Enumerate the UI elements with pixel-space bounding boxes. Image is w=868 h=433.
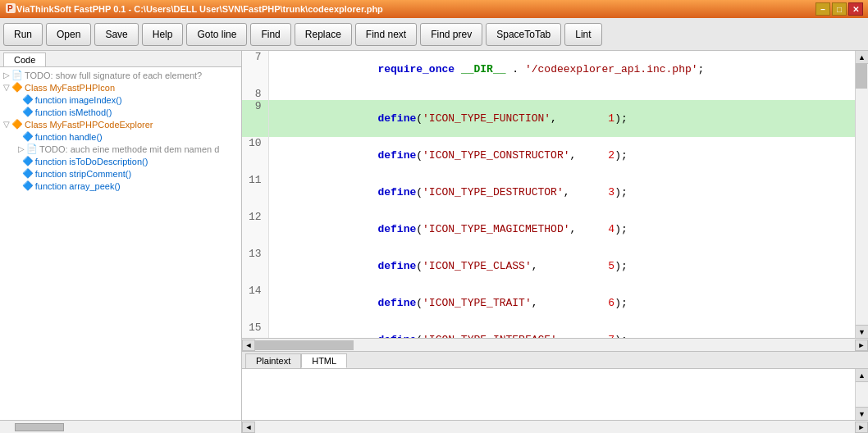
line-content-12[interactable]: define('ICON_TYPE_MAGICMETHOD', 4);	[268, 211, 855, 248]
scroll-right-button[interactable]: ►	[855, 340, 868, 351]
func-icon: 🔷	[22, 180, 34, 191]
scroll-down-button[interactable]: ▼	[856, 325, 868, 338]
scroll-thumb[interactable]	[856, 64, 867, 89]
find-prev-button[interactable]: Find prev	[420, 23, 482, 46]
goto-line-button[interactable]: Goto line	[186, 23, 247, 46]
tree-item-label: function isMethod()	[35, 107, 112, 117]
tree-item-label: function stripComment()	[35, 169, 131, 179]
find-button[interactable]: Find	[250, 23, 290, 46]
tree-item-func-handle[interactable]: 🔷 function handle()	[2, 130, 240, 143]
left-scrollbar[interactable]	[0, 420, 241, 433]
expand-icon	[18, 181, 21, 190]
open-button[interactable]: Open	[46, 23, 91, 46]
scroll-left-button[interactable]: ◄	[242, 340, 255, 351]
tree-item-func-istododesc[interactable]: 🔷 function isToDoDescription()	[2, 155, 240, 167]
tab-code[interactable]: Code	[3, 52, 46, 66]
code-row-10: 10 define('ICON_TYPE_CONSTRUCTOR', 2);	[242, 137, 855, 174]
dir-constant: __DIR__	[461, 63, 506, 75]
tree-item-todo1[interactable]: ▷ 📄 TODO: show full signature of each el…	[2, 69, 240, 81]
code-view: 7 require_once __DIR__ . '/codeexplorer_…	[242, 51, 868, 338]
find-next-button[interactable]: Find next	[355, 23, 417, 46]
func-icon: 🔷	[22, 94, 34, 105]
tree-item-icon: 📄	[26, 144, 38, 154]
line-content-8[interactable]	[268, 88, 855, 100]
line-content-10[interactable]: define('ICON_TYPE_CONSTRUCTOR', 2);	[268, 137, 855, 174]
expand-icon: ▽	[3, 83, 10, 92]
bottom-panel: Plaintext HTML ▲ ▼ ◄ ►	[242, 351, 868, 433]
help-button[interactable]: Help	[142, 23, 184, 46]
vb-scroll-right[interactable]: ►	[855, 422, 868, 433]
bottom-scroll-track	[856, 382, 868, 407]
line-content-7[interactable]: require_once __DIR__ . '/codeexplorer_ap…	[268, 51, 855, 88]
hscroll-thumb[interactable]	[255, 340, 354, 350]
code-hscrollbar[interactable]: ◄ ►	[242, 338, 868, 351]
line-num-13: 13	[242, 248, 268, 285]
code-row-13: 13 define('ICON_TYPE_CLASS', 5);	[242, 248, 855, 285]
scroll-up-button[interactable]: ▲	[856, 51, 868, 64]
title-bar-icon: P	[5, 2, 16, 16]
left-scrollbar-thumb[interactable]	[15, 423, 64, 431]
tree-item-class-codeexplorer[interactable]: ▽ 🔶 Class MyFastPHPCodeExplorer	[2, 118, 240, 130]
line-num-14: 14	[242, 285, 268, 321]
tree-item-label: function handle()	[35, 132, 103, 142]
tab-html[interactable]: HTML	[301, 353, 347, 368]
minimize-button[interactable]: –	[815, 2, 830, 16]
line-content-9[interactable]: define('ICON_TYPE_FUNCTION', 1);	[268, 100, 855, 137]
tree-item-class-fastphpicon[interactable]: ▽ 🔶 Class MyFastPHPIcon	[2, 81, 240, 93]
code-row-15: 15 define('ICON_TYPE_INTERFACE', 7);	[242, 321, 855, 338]
close-button[interactable]: ✕	[848, 2, 863, 16]
tree-item-todo2[interactable]: ▷ 📄 TODO: auch eine methode mit dem name…	[2, 143, 240, 155]
tree-item-func-ismethod[interactable]: 🔷 function isMethod()	[2, 106, 240, 118]
code-row-7: 7 require_once __DIR__ . '/codeexplorer_…	[242, 51, 855, 88]
expand-icon: ▷	[3, 71, 10, 80]
bottom-vscrollbar[interactable]: ▲ ▼	[855, 369, 868, 420]
bottom-content[interactable]: ▲ ▼	[242, 369, 868, 420]
right-vscrollbar[interactable]: ▲ ▼	[855, 51, 868, 338]
tree-item-func-arrayreek[interactable]: 🔷 function array_peek()	[2, 180, 240, 192]
tree-item-label: TODO: show full signature of each elemen…	[25, 71, 202, 80]
title-controls: – □ ✕	[815, 2, 863, 16]
kw-require: require_once	[377, 63, 455, 75]
code-row-11: 11 define('ICON_TYPE_DESTRUCTOR', 3);	[242, 174, 855, 211]
code-row-12: 12 define('ICON_TYPE_MAGICMETHOD', 4);	[242, 211, 855, 248]
bottom-scroll-up[interactable]: ▲	[856, 369, 868, 382]
tree-item-label: TODO: auch eine methode mit dem namen d	[39, 144, 219, 154]
tree-area[interactable]: ▷ 📄 TODO: show full signature of each el…	[0, 67, 241, 420]
line-content-13[interactable]: define('ICON_TYPE_CLASS', 5);	[268, 248, 855, 285]
vb-hscroll-track	[255, 422, 855, 432]
code-row-8: 8	[242, 88, 855, 100]
maximize-button[interactable]: □	[832, 2, 847, 16]
expand-icon	[18, 132, 21, 141]
string-val: '/codeexplorer_api.inc.php'	[525, 63, 698, 75]
save-button[interactable]: Save	[94, 23, 138, 46]
line-content-11[interactable]: define('ICON_TYPE_DESTRUCTOR', 3);	[268, 174, 855, 211]
line-content-14[interactable]: define('ICON_TYPE_TRAIT', 6);	[268, 285, 855, 321]
code-row-9: 9 define('ICON_TYPE_FUNCTION', 1);	[242, 100, 855, 137]
lint-button[interactable]: Lint	[564, 23, 601, 46]
code-area[interactable]: 7 require_once __DIR__ . '/codeexplorer_…	[242, 51, 855, 338]
right-panel: 7 require_once __DIR__ . '/codeexplorer_…	[242, 51, 868, 433]
tree-item-label: function imageIndex()	[35, 95, 122, 105]
tree-item-label: function isToDoDescription()	[35, 157, 148, 166]
vb-scroll-left[interactable]: ◄	[242, 422, 255, 433]
func-icon: 🔷	[22, 107, 34, 117]
very-bottom-scrollbar[interactable]: ◄ ►	[242, 420, 868, 433]
space-to-tab-button[interactable]: SpaceToTab	[486, 23, 561, 46]
replace-button[interactable]: Replace	[295, 23, 352, 46]
line-num-15: 15	[242, 321, 268, 338]
tree-item-func-stripcomment[interactable]: 🔷 function stripComment()	[2, 167, 240, 180]
line-content-15[interactable]: define('ICON_TYPE_INTERFACE', 7);	[268, 321, 855, 338]
line-num-9: 9	[242, 100, 268, 137]
expand-icon	[18, 157, 21, 166]
concat-dot: .	[512, 63, 519, 75]
left-panel: Code ▷ 📄 TODO: show full signature of ea…	[0, 51, 242, 433]
code-row-14: 14 define('ICON_TYPE_TRAIT', 6);	[242, 285, 855, 321]
tree-item-func-imageindex[interactable]: 🔷 function imageIndex()	[2, 93, 240, 106]
line-num-10: 10	[242, 137, 268, 174]
bottom-scroll-down[interactable]: ▼	[856, 407, 868, 420]
line-num-12: 12	[242, 211, 268, 248]
run-button[interactable]: Run	[3, 23, 43, 46]
toolbar: Run Open Save Help Goto line Find Replac…	[0, 18, 868, 51]
tab-plaintext[interactable]: Plaintext	[245, 353, 301, 368]
tree-item-label: Class MyFastPHPIcon	[25, 83, 115, 93]
